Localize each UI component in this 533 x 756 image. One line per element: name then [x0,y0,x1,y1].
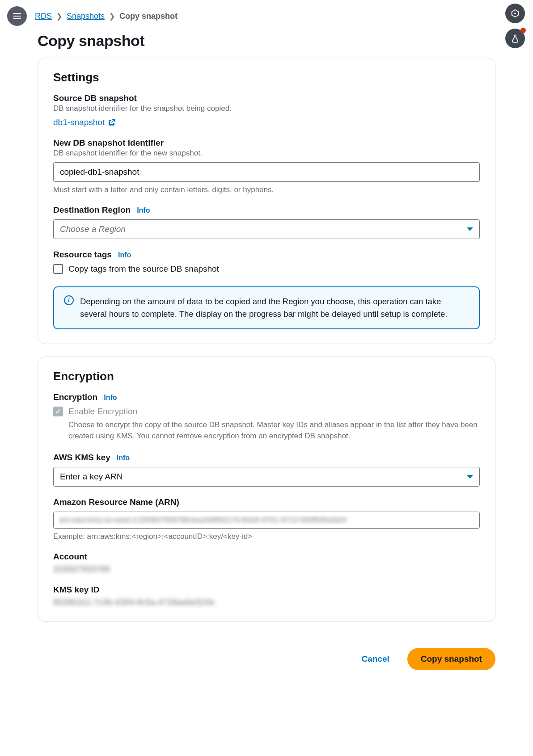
new-id-helper: Must start with a letter and only contai… [53,185,480,194]
account-value: 203567959788 [53,564,480,574]
source-snapshot-link[interactable]: db1-snapshot [53,118,116,127]
hamburger-icon [13,13,21,19]
cloudshell-button[interactable] [505,4,525,23]
arn-label: Amazon Resource Name (ARN) [53,497,480,507]
info-alert-text: Depending on the amount of data to be co… [80,295,469,320]
enable-encryption-label: Enable Encryption [68,407,137,416]
dest-region-select[interactable]: Choose a Region [53,219,480,239]
menu-button[interactable] [7,6,27,26]
source-snapshot-label: Source DB snapshot [53,93,480,103]
notification-dot-icon [520,28,526,33]
kms-key-info[interactable]: Info [117,454,130,462]
kms-key-label: AWS KMS key [53,453,110,462]
kms-id-value: 8039b2e1-7c9b-4359-8c5a-4728aa6e529e [53,597,480,607]
new-id-label: New DB snapshot identifier [53,138,480,148]
encryption-heading: Encryption [53,370,480,383]
copy-tags-checkbox-row[interactable]: Copy tags from the source DB snapshot [53,264,480,274]
arn-input[interactable] [53,512,480,529]
chevron-right-icon: ❯ [109,12,115,21]
encryption-desc: Choose to encrypt the copy of the source… [53,419,480,442]
account-label: Account [53,552,480,562]
copy-tags-label: Copy tags from the source DB snapshot [68,264,219,274]
chevron-down-icon [467,227,473,231]
breadcrumb-rds[interactable]: RDS [35,12,52,21]
encryption-info[interactable]: Info [104,394,117,402]
page-title: Copy snapshot [0,29,533,58]
dest-region-placeholder: Choose a Region [60,224,126,234]
source-snapshot-desc: DB snapshot identifier for the snapshot … [53,104,480,113]
encryption-label: Encryption [53,392,97,402]
enable-encryption-checkbox [53,407,63,416]
enable-encryption-row: Enable Encryption [53,407,480,416]
kms-key-select[interactable]: Enter a key ARN [53,467,480,487]
arn-example: Example: arn:aws:kms:<region>:<accountID… [53,532,480,541]
breadcrumb: RDS ❯ Snapshots ❯ Copy snapshot [27,12,178,21]
info-icon: i [64,295,74,305]
breadcrumb-current: Copy snapshot [119,12,178,21]
new-id-desc: DB snapshot identifier for the new snaps… [53,149,480,158]
dest-region-label: Destination Region [53,205,131,215]
new-id-input[interactable] [53,162,480,182]
hexagon-icon [510,8,520,18]
source-snapshot-link-text: db1-snapshot [53,118,105,127]
chevron-right-icon: ❯ [56,12,62,21]
settings-heading: Settings [53,71,480,84]
svg-point-1 [514,13,516,14]
copy-tags-checkbox[interactable] [53,264,63,274]
cancel-button[interactable]: Cancel [354,650,396,668]
chevron-down-icon [467,475,473,479]
kms-key-value: Enter a key ARN [60,472,123,482]
settings-card: Settings Source DB snapshot DB snapshot … [38,58,495,344]
flask-icon [511,34,520,43]
resource-tags-label: Resource tags [53,250,112,260]
resource-tags-info[interactable]: Info [118,251,131,259]
kms-id-label: KMS key ID [53,585,480,595]
experiments-button[interactable] [505,29,525,48]
copy-snapshot-button[interactable]: Copy snapshot [407,648,495,670]
info-alert: i Depending on the amount of data to be … [53,286,480,329]
breadcrumb-snapshots[interactable]: Snapshots [67,12,105,21]
dest-region-info[interactable]: Info [137,206,150,214]
encryption-card: Encryption Encryption Info Enable Encryp… [38,357,495,622]
external-link-icon [107,118,116,127]
